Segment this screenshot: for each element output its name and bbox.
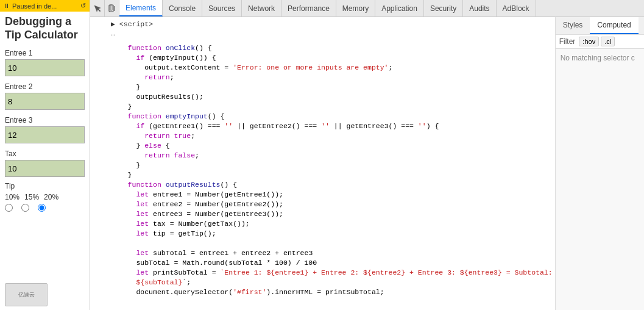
tab-adblock[interactable]: AdBlock: [497, 0, 536, 16]
code-line: let entree2 = Number(getEntree2());: [90, 200, 555, 210]
code-line: ▶ <script>: [90, 20, 555, 29]
tab-performance-label: Performance: [288, 4, 330, 13]
app-panel: ⏸ Paused in de... ↺ Debugging a Tip Calc…: [0, 0, 90, 310]
entree1-input[interactable]: [5, 59, 85, 76]
tip-radio-10[interactable]: [5, 204, 13, 212]
inspect-icon[interactable]: [90, 0, 105, 16]
tab-security[interactable]: Security: [424, 0, 463, 16]
app-title: Debugging a Tip Calculator: [5, 15, 85, 41]
tip-options: 10% 15% 20%: [5, 193, 85, 201]
pause-text: Paused in de...: [12, 2, 57, 10]
tab-audits[interactable]: Audits: [463, 0, 496, 16]
tab-sources[interactable]: Sources: [202, 0, 242, 16]
entree3-input[interactable]: [5, 126, 85, 143]
tab-memory[interactable]: Memory: [336, 0, 375, 16]
tab-elements[interactable]: Elements: [119, 0, 163, 16]
code-line: }: [90, 161, 555, 171]
devtools-topbar: Elements Console Sources Network Perform…: [90, 0, 644, 17]
tab-styles-label: Styles: [563, 21, 583, 29]
tip-10: 10%: [5, 193, 19, 201]
code-line: …: [90, 29, 555, 39]
code-line: if (emptyInput()) {: [90, 54, 555, 63]
tab-application-label: Application: [381, 4, 417, 13]
entree1-label: Entree 1: [5, 49, 85, 57]
entree3-label: Entree 3: [5, 116, 85, 124]
code-line: return true;: [90, 132, 555, 142]
tab-network[interactable]: Network: [242, 0, 281, 16]
no-selector-text: No matching selector c: [556, 49, 644, 67]
tab-console-label: Console: [169, 4, 196, 13]
devtools-panel: Elements Console Sources Network Perform…: [90, 0, 644, 310]
tab-memory-label: Memory: [342, 4, 369, 13]
tip-radio-20[interactable]: [38, 204, 46, 212]
tab-computed[interactable]: Computed: [590, 17, 638, 34]
tab-network-label: Network: [248, 4, 275, 13]
code-line: function emptyInput() {: [90, 112, 555, 122]
reload-icon[interactable]: ↺: [80, 2, 86, 10]
code-line: function outputResults() {: [90, 181, 555, 190]
code-line: let printSubTotal = `Entree 1: ${entree1…: [90, 269, 555, 278]
tab-security-label: Security: [430, 4, 456, 13]
tax-input[interactable]: [5, 160, 85, 177]
entree2-input[interactable]: [5, 93, 85, 110]
code-line: ${subTotal}`;: [90, 278, 555, 288]
tab-adblock-label: AdBlock: [503, 4, 529, 13]
tab-application[interactable]: Application: [375, 0, 424, 16]
code-line: return false;: [90, 151, 555, 161]
styles-filter-row: Filter :hov .cl: [556, 35, 644, 49]
pause-icon: ⏸: [4, 2, 10, 9]
code-line: return;: [90, 73, 555, 83]
filter-buttons: :hov .cl: [579, 37, 615, 46]
tax-label: Tax: [5, 150, 85, 158]
tab-console[interactable]: Console: [163, 0, 202, 16]
code-line: let subTotal = entree1 + entree2 + entre…: [90, 249, 555, 259]
tab-styles[interactable]: Styles: [556, 17, 590, 34]
tab-performance[interactable]: Performance: [281, 0, 336, 16]
pause-bar: ⏸ Paused in de... ↺: [0, 0, 90, 12]
filter-cls-button[interactable]: .cl: [601, 37, 615, 46]
tip-radio-row[interactable]: [5, 204, 85, 212]
code-line: outputResults();: [90, 93, 555, 103]
filter-hov-button[interactable]: :hov: [579, 37, 599, 46]
code-line: output.textContent = 'Error: one or more…: [90, 63, 555, 73]
tab-sources-label: Sources: [208, 4, 235, 13]
devtools-content: ▶ <script> … function onClick() { if (em…: [90, 17, 644, 310]
styles-panel: Styles Computed Filter :hov .cl No match…: [556, 17, 644, 310]
entree2-label: Entree 2: [5, 82, 85, 91]
svg-rect-1: [110, 5, 112, 10]
tab-elements-label: Elements: [126, 4, 156, 12]
tab-audits-label: Audits: [469, 4, 489, 13]
tip-20: 20%: [44, 193, 58, 201]
bottom-logo: 亿速云: [5, 283, 48, 306]
styles-tabs: Styles Computed: [556, 17, 644, 35]
code-line: subTotal = Math.round(subTotal * 100) / …: [90, 259, 555, 269]
code-line: let entree3 = Number(getEntree3());: [90, 210, 555, 220]
tip-label: Tip: [5, 182, 85, 190]
tab-computed-label: Computed: [597, 21, 631, 29]
code-line: function onClick() {: [90, 44, 555, 54]
code-line: }: [90, 171, 555, 181]
tip-15: 15%: [24, 193, 39, 201]
device-icon[interactable]: [105, 0, 119, 16]
code-line: let tip = getTip();: [90, 229, 555, 239]
code-line: } else {: [90, 142, 555, 151]
code-line: document.querySelector('#first').innerHT…: [90, 288, 555, 298]
code-line: let entree1 = Number(getEntree1());: [90, 190, 555, 200]
code-line: let tax = Number(getTax());: [90, 220, 555, 229]
code-line: }: [90, 83, 555, 93]
filter-label: Filter: [559, 37, 576, 46]
code-line: }: [90, 103, 555, 112]
tip-radio-15[interactable]: [21, 204, 29, 212]
code-line: if (getEntree1() === '' || getEntree2() …: [90, 122, 555, 132]
code-panel[interactable]: ▶ <script> … function onClick() { if (em…: [90, 17, 556, 310]
